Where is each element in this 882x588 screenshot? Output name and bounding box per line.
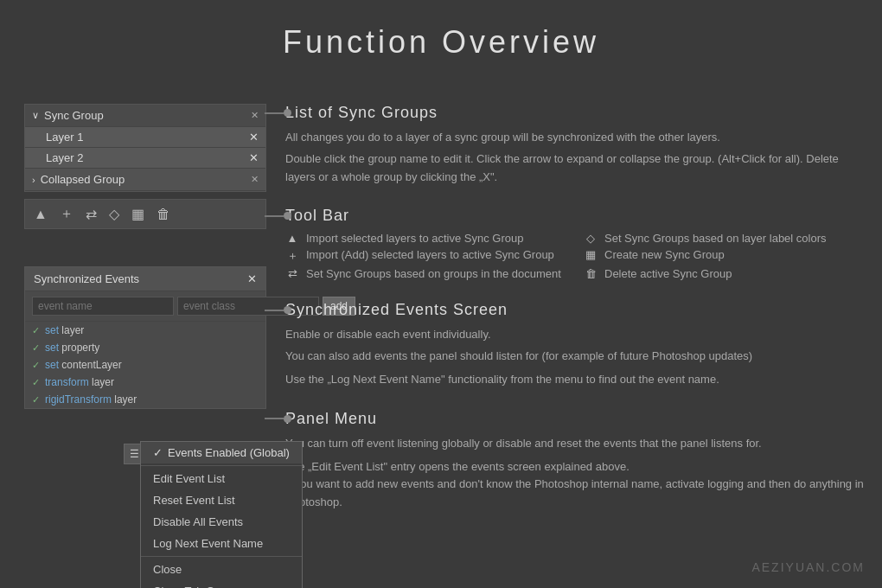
tb-delete-text: Delete active Sync Group	[604, 267, 732, 280]
event-text: transform layer	[45, 376, 114, 388]
events-list: ✓ set layer ✓ set property ✓ set content…	[25, 322, 265, 408]
layer1-label: Layer 1	[46, 131, 83, 144]
list-item[interactable]: ✓ transform layer	[25, 374, 265, 391]
connector-line	[265, 418, 284, 419]
layer2-label: Layer 2	[46, 151, 83, 164]
tb-item-add: ＋ Import (Add) selected layers to active…	[285, 248, 566, 264]
connector-3	[265, 306, 291, 314]
layer1-row[interactable]: Layer 1 ✕	[25, 127, 265, 148]
sync-groups-box: ∨ Sync Group ✕ Layer 1 ✕ Layer 2 ✕ › Col…	[24, 104, 266, 192]
tb-label-icon: ◇	[584, 232, 598, 245]
tb-create-text: Create new Sync Group	[604, 248, 725, 261]
tb-label-text: Set Sync Groups based on layer label col…	[604, 232, 827, 245]
connector-2	[265, 212, 291, 220]
tb-groups-text: Set Sync Groups based on groups in the d…	[306, 267, 561, 280]
list-item[interactable]: ✓ set property	[25, 339, 265, 356]
checkmark-icon: ✓	[153, 446, 163, 459]
event-text: set contentLayer	[45, 359, 122, 371]
menu-item-close[interactable]: Close	[141, 559, 302, 580]
sync-group-close[interactable]: ✕	[251, 110, 259, 121]
connector-line	[265, 215, 284, 217]
tb-item-groups: ⇄ Set Sync Groups based on groups in the…	[285, 267, 566, 280]
menu-item-log[interactable]: Log Next Event Name	[141, 533, 302, 554]
tb-import-text: Import selected layers to active Sync Gr…	[306, 232, 523, 245]
section-events: Synchronized Events Screen Enable or dis…	[285, 301, 865, 388]
events-title: Synchronized Events	[34, 272, 139, 285]
toolbar-descriptions: ▲ Import selected layers to active Sync …	[285, 232, 865, 280]
list-item[interactable]: ✓ set contentLayer	[25, 356, 265, 374]
panel-menu-text-1: You can turn off event listening globall…	[285, 435, 865, 453]
connector-line	[265, 310, 284, 311]
menu-divider2	[141, 556, 302, 557]
connector-dot	[284, 306, 291, 314]
event-text: set property	[45, 342, 99, 354]
delete-icon[interactable]: 🗑	[157, 207, 170, 222]
add-icon[interactable]: ＋	[60, 205, 74, 223]
tb-import-icon: ▲	[285, 232, 299, 245]
expand-icon[interactable]: ›	[32, 175, 35, 185]
section-text-1: All changes you do to a layer of a sync …	[285, 129, 865, 147]
connector-4	[265, 415, 291, 423]
connector-dot	[284, 109, 291, 117]
collapsed-group-close[interactable]: ✕	[251, 174, 259, 185]
check-icon: ✓	[32, 377, 40, 388]
event-text: rigidTransform layer	[45, 393, 137, 406]
connector-dot	[284, 415, 291, 423]
tb-add-text: Import (Add) selected layers to active S…	[306, 248, 554, 261]
menu-item-label: Events Enabled (Global)	[168, 446, 290, 459]
collapsed-group-row[interactable]: › Collapsed Group ✕	[25, 169, 265, 191]
events-text-2: You can also add events the panel should…	[285, 348, 865, 366]
swap-icon[interactable]: ⇄	[86, 206, 97, 222]
tb-groups-icon: ⇄	[285, 267, 299, 280]
folder-icon[interactable]: ▦	[131, 206, 144, 222]
menu-item-reset[interactable]: Reset Event List	[141, 489, 302, 511]
layer2-row[interactable]: Layer 2 ✕	[25, 148, 265, 169]
event-name-input[interactable]	[32, 297, 174, 316]
menu-item-edit[interactable]: Edit Event List	[141, 468, 302, 489]
sync-group-label: Sync Group	[44, 109, 104, 122]
section-title-panel-menu: Panel Menu	[285, 410, 865, 428]
menu-item-disable[interactable]: Disable All Events	[141, 511, 302, 533]
event-text: set layer	[45, 324, 84, 336]
connector-dot	[284, 212, 291, 220]
menu-item-close-tab[interactable]: Close Tab Group	[141, 580, 302, 588]
menu-item-enabled[interactable]: ✓ Events Enabled (Global)	[141, 442, 302, 463]
collapse-icon[interactable]: ∨	[32, 110, 39, 121]
section-panel-menu: Panel Menu You can turn off event listen…	[285, 410, 865, 512]
tb-add-icon: ＋	[285, 248, 299, 264]
panel-menu-text-2: The „Edit Event List" entry opens the ev…	[285, 458, 865, 512]
menu-divider	[141, 465, 302, 466]
toolbar-bar: ▲ ＋ ⇄ ◇ ▦ 🗑	[24, 199, 266, 229]
check-icon: ✓	[32, 342, 40, 354]
section-title-sync-groups: List of Sync Groups	[285, 104, 865, 122]
section-title-events: Synchronized Events Screen	[285, 301, 865, 319]
check-icon: ✓	[32, 325, 40, 336]
label-icon[interactable]: ◇	[109, 206, 119, 222]
list-item[interactable]: ✓ rigidTransform layer	[25, 391, 265, 408]
section-sync-groups: List of Sync Groups All changes you do t…	[285, 104, 865, 186]
events-close[interactable]: ✕	[247, 272, 257, 285]
collapsed-group-label: Collapsed Group	[41, 173, 125, 186]
check-icon: ✓	[32, 360, 40, 371]
import-icon[interactable]: ▲	[34, 207, 48, 222]
section-title-toolbar: Tool Bar	[285, 207, 865, 225]
events-input-row: add	[25, 291, 265, 322]
tb-item-delete: 🗑 Delete active Sync Group	[584, 267, 865, 280]
tb-create-icon: ▦	[584, 248, 598, 261]
sync-group-row[interactable]: ∨ Sync Group ✕	[25, 105, 265, 127]
events-text-1: Enable or disable each event individuall…	[285, 326, 865, 344]
right-content: List of Sync Groups All changes you do t…	[285, 104, 865, 571]
tb-item-create: ▦ Create new Sync Group	[584, 248, 865, 264]
events-header: Synchronized Events ✕	[25, 267, 265, 291]
tb-item-import: ▲ Import selected layers to active Sync …	[285, 232, 566, 245]
connector-1	[265, 109, 291, 117]
check-icon: ✓	[32, 394, 40, 406]
tb-item-label: ◇ Set Sync Groups based on layer label c…	[584, 232, 865, 245]
watermark: AEZIYUAN.COM	[751, 560, 865, 574]
list-item[interactable]: ✓ set layer	[25, 322, 265, 339]
page-title: Function Overview	[0, 0, 882, 80]
events-text-3: Use the „Log Next Event Name" functional…	[285, 371, 865, 389]
layer2-close[interactable]: ✕	[249, 151, 259, 164]
layer1-close[interactable]: ✕	[249, 131, 259, 144]
left-panel: ∨ Sync Group ✕ Layer 1 ✕ Layer 2 ✕ › Col…	[24, 104, 266, 240]
